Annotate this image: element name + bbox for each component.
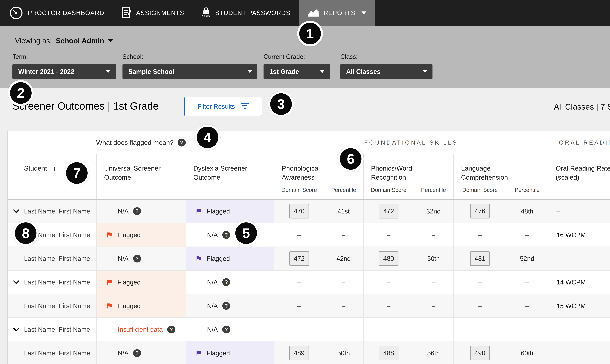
student-cell: Last Name, First Name xyxy=(8,294,97,318)
group-label: FOUNDATIONAL SKILLS xyxy=(364,139,458,146)
phonics-cell: 488 56th xyxy=(363,341,454,364)
table-row: Last Name, First Name N/A Flagged 489 50… xyxy=(8,341,610,364)
student-cell: Last Name, First Name xyxy=(8,271,97,294)
subcolumn-domain-score: Domain Score xyxy=(274,186,324,194)
language-cell: 490 60th xyxy=(454,341,548,364)
outcome-label: N/A xyxy=(118,208,129,215)
domain-score: 490 xyxy=(470,346,490,360)
annotation-marker-4: 4 xyxy=(195,125,221,150)
student-name: Last Name, First Name xyxy=(24,278,90,286)
grade-label: Current Grade: xyxy=(263,53,330,60)
percentile: – xyxy=(342,278,345,286)
assignment-icon xyxy=(122,7,132,19)
screener-outcomes-table: What does flagged mean? FOUNDATIONAL SKI… xyxy=(7,131,610,364)
help-icon[interactable] xyxy=(222,302,230,310)
chevron-down-icon[interactable] xyxy=(13,328,20,331)
nav-item-proctor-dashboard[interactable]: PROCTOR DASHBOARD xyxy=(0,0,113,26)
column-title: Phonics/Word Recognition xyxy=(371,164,428,182)
table-group-header-row: What does flagged mean? FOUNDATIONAL SKI… xyxy=(8,131,610,155)
help-icon[interactable] xyxy=(133,207,141,215)
domain-score: – xyxy=(298,231,301,239)
oral-reading-cell: 16 WCPM xyxy=(548,223,610,247)
phonics-cell: – – xyxy=(363,294,454,318)
filter-icon xyxy=(240,102,249,110)
viewing-as-value: School Admin xyxy=(56,37,104,45)
column-header-universal-screener: Universal Screener Outcome xyxy=(97,154,186,199)
phonological-cell: 489 50th xyxy=(274,341,363,364)
outcome-label: Flagged xyxy=(117,302,141,310)
subcolumn-percentile: Percentile xyxy=(506,186,548,194)
sort-ascending-icon xyxy=(53,164,56,173)
help-icon[interactable] xyxy=(167,325,175,334)
term-filter: Term: Winter 2021 - 2022 xyxy=(13,53,116,79)
outcome-label: Flagged xyxy=(207,255,230,262)
term-label: Term: xyxy=(13,53,116,60)
help-icon[interactable] xyxy=(178,139,186,146)
flag-icon xyxy=(195,255,202,262)
percentile: 60th xyxy=(521,349,533,357)
domain-score: – xyxy=(478,302,482,310)
percentile: – xyxy=(342,302,345,310)
help-icon[interactable] xyxy=(222,231,230,239)
language-cell: – – xyxy=(454,294,548,318)
help-icon[interactable] xyxy=(222,325,230,334)
chevron-down-icon xyxy=(362,12,366,14)
dyslexia-outcome-cell: N/A xyxy=(186,271,274,294)
domain-score: – xyxy=(387,278,390,286)
nav-item-assignments[interactable]: ASSIGNMENTS xyxy=(113,0,193,26)
phonological-cell: 470 41st xyxy=(274,200,363,223)
flagged-help-label: What does flagged mean? xyxy=(96,139,174,146)
chevron-down-icon[interactable] xyxy=(13,209,20,213)
grade-value: 1st Grade xyxy=(269,68,299,75)
dyslexia-outcome-cell: N/A xyxy=(186,294,274,318)
help-icon[interactable] xyxy=(222,278,230,286)
help-icon[interactable] xyxy=(133,255,141,262)
class-student-summary: All Classes | 7 Students xyxy=(554,102,610,111)
outcome-label: Flagged xyxy=(207,349,230,357)
chevron-down-icon[interactable] xyxy=(13,280,20,284)
domain-score: 481 xyxy=(470,251,490,266)
table-row: Last Name, First Name Flagged N/A – – – … xyxy=(8,223,610,247)
school-select[interactable]: Sample School xyxy=(122,64,258,79)
domain-score: 476 xyxy=(470,204,490,219)
domain-score: – xyxy=(298,302,301,310)
class-select[interactable]: All Classes xyxy=(340,64,432,79)
student-name: Last Name, First Name xyxy=(24,302,90,310)
chevron-down-icon xyxy=(106,70,110,73)
outcome-label: Flagged xyxy=(117,231,141,239)
student-cell: Last Name, First Name xyxy=(8,341,97,364)
domain-score: – xyxy=(478,231,482,239)
student-name: Last Name, First Name xyxy=(24,326,90,333)
universal-outcome-cell: Flagged xyxy=(97,294,186,318)
grade-select[interactable]: 1st Grade xyxy=(263,64,330,79)
percentile: 41st xyxy=(337,208,350,215)
student-name: Last Name, First Name xyxy=(24,208,90,215)
lock-icon: **** xyxy=(202,7,211,18)
nav-item-student-passwords[interactable]: **** STUDENT PASSWORDS xyxy=(193,0,299,26)
domain-score: 472 xyxy=(289,251,309,266)
viewing-as-label: Viewing as: xyxy=(15,37,52,45)
student-name: Last Name, First Name xyxy=(24,349,90,357)
outcome-label: Flagged xyxy=(207,208,230,215)
outcome-label: N/A xyxy=(207,326,218,333)
language-cell: – – xyxy=(454,271,548,294)
filter-results-button[interactable]: Filter Results xyxy=(184,97,262,116)
help-icon[interactable] xyxy=(133,349,141,357)
table-row: Last Name, First Name N/A Flagged 472 42… xyxy=(8,247,610,271)
viewing-as-selector[interactable]: Viewing as: School Admin xyxy=(15,37,113,45)
dyslexia-outcome-cell: Flagged xyxy=(186,341,274,364)
percentile: – xyxy=(432,231,435,239)
universal-outcome-cell: N/A xyxy=(97,341,186,364)
nav-item-label: PROCTOR DASHBOARD xyxy=(28,9,104,16)
term-select[interactable]: Winter 2021 - 2022 xyxy=(13,64,116,79)
annotation-marker-7: 7 xyxy=(64,160,90,186)
language-cell: – – xyxy=(454,318,548,341)
dyslexia-outcome-cell: N/A xyxy=(186,318,274,341)
percentile: – xyxy=(342,231,345,239)
subcolumn-domain-score: Domain Score xyxy=(363,186,414,194)
column-header-oral-reading-rate: Oral Reading Rate (scaled) xyxy=(548,154,610,199)
language-cell: – – xyxy=(454,223,548,247)
oral-reading-cell: 15 WCPM xyxy=(548,294,610,318)
outcome-label: N/A xyxy=(118,255,129,262)
outcome-label: N/A xyxy=(207,231,218,239)
